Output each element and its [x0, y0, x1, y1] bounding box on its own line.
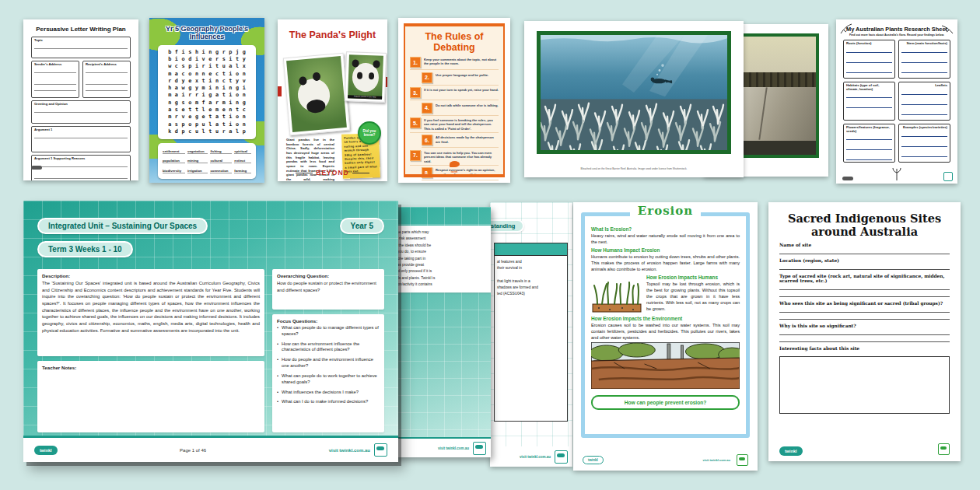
write-line: [779, 263, 950, 270]
panda-limb: [306, 99, 326, 114]
page-title: Yr 5 Geography People's Influences: [149, 25, 264, 41]
field-topic: Topic: [31, 37, 131, 58]
field-who: Who sees this site as being significant …: [779, 301, 950, 320]
wordsearch-page: Yr 5 Geography People's Influences bfish…: [149, 18, 264, 183]
field-recipient-address: Recipient's Address: [82, 61, 131, 98]
field-argument1-reasons: Argument 1 Supporting Reasons: [31, 155, 131, 180]
curriculum-links-page: erstanding al features and their surviva…: [490, 202, 572, 467]
ruled-lines: [846, 93, 892, 117]
bottom-bar: [405, 174, 503, 177]
section-heading: How Humans Impact Erosion: [591, 247, 740, 253]
term-pill: Term 3 Weeks 1 - 10: [37, 241, 133, 257]
page-title: The Rules of Debating: [410, 31, 499, 53]
write-line: [779, 335, 950, 342]
twinkl-logo: twinkl: [34, 446, 58, 455]
ruled-lines: [901, 89, 947, 119]
panda-eye-patch: [368, 73, 373, 80]
write-line: [779, 306, 950, 313]
section-pill: erstanding: [490, 219, 524, 233]
page-footer: visit twinkl.com.au: [393, 437, 491, 457]
page-title: Erosion: [573, 204, 758, 218]
panda-plight-page: The Panda's Plight A giant panda in the …: [278, 19, 387, 181]
eroded-soil-illustration: [591, 342, 740, 389]
overarching-question-box: Overarching Question: How do people sust…: [272, 269, 384, 310]
field-type: Type of sacred site (rock art, natural s…: [779, 274, 950, 297]
content-frame: What Is Erosion? Heavy rains, wind and w…: [581, 212, 750, 438]
twinkl-badge-icon: [737, 454, 748, 466]
rule-item: 4. Do not talk while someone else is tal…: [422, 103, 499, 116]
field-facts: Interesting facts about this site: [779, 346, 950, 351]
did-you-know-badge: Did you know?: [358, 121, 381, 145]
notes-box: [779, 356, 950, 414]
twinkl-logo: twinkl: [405, 156, 503, 173]
photo-credit: Bleached coral on the Great Barrier Reef…: [524, 167, 744, 170]
panda-ear: [373, 60, 380, 68]
field-sender-address: Sender's Address: [31, 61, 79, 98]
safety-text-box: all items/loose parts which may an adequ…: [393, 226, 491, 292]
visit-link: visit twinkl.com.au: [438, 446, 469, 450]
safety-notes-page: all items/loose parts which may an adequ…: [393, 207, 491, 457]
year-pill: Year 5: [340, 218, 384, 234]
twinkl-logo: twinkl: [583, 456, 604, 464]
rule-item: 2. Use proper language and be polite.: [422, 72, 499, 86]
table-cell: al features and their survival in that l…: [495, 256, 567, 299]
box-roots: Roots (function): [843, 40, 895, 79]
rule-item: 6. All decisions made by the chairperson…: [422, 135, 499, 148]
focus-questions-box: Focus Questions: What can people do to m…: [272, 314, 384, 432]
twinkl-badge-icon: [374, 443, 387, 457]
panda-ear: [352, 59, 359, 67]
rule-number: 2.: [422, 72, 432, 83]
coral-reef-illustration: [541, 35, 727, 150]
letter-grid: bfishingrpjg biodiversity wcspiritualx m…: [158, 45, 256, 140]
rule-item: 3. If it is not your turn to speak yet, …: [410, 87, 499, 100]
write-line: [779, 313, 950, 320]
write-line: [779, 283, 950, 290]
ruled-lines: [901, 47, 947, 77]
table-header: [495, 243, 567, 256]
section-heading: How Erosion Impacts the Environment: [591, 316, 740, 321]
twinkl-badge-icon: [555, 450, 568, 464]
panda-photo: [283, 53, 350, 135]
curriculum-table: al features and their survival in that l…: [494, 243, 568, 422]
field-why: Why is this site so significant?: [779, 324, 950, 342]
box-habitats: Habitats (type of soil, climate, locatio…: [843, 82, 895, 121]
box-flowers: Flowers/features (fragrance, seeds): [843, 124, 895, 163]
top-bar: [405, 23, 503, 26]
visit-link: visit twinkl.com.au: [702, 458, 730, 462]
page-number: Page 1 of 46: [58, 448, 329, 453]
logo-mark: [450, 161, 460, 167]
box-leaflets: Leaflets: [898, 82, 950, 121]
page-footer: twinkl Page 1 of 46 visit twinkl.com.au: [23, 436, 398, 462]
page-title: Sacred Indigenous Sites around Australia: [779, 212, 950, 239]
rule-number: 3.: [410, 87, 421, 98]
spacer: [497, 271, 565, 278]
rule-item: 5. If you feel someone is breaking the r…: [410, 117, 499, 133]
write-line: [779, 328, 950, 335]
field-location: Location (region, state): [779, 258, 950, 270]
grass-illustration: [591, 275, 642, 313]
photo-caption: A giant panda in the wild: [348, 95, 382, 100]
section-impacts-humans: How Erosion Impacts Humans Topsoil may b…: [646, 275, 740, 313]
rule-number: 1.: [410, 57, 421, 68]
section-heading: How Erosion Impacts Humans: [646, 275, 740, 280]
ruled-lines: [86, 67, 128, 92]
coral-photo: [537, 31, 731, 154]
rule-number: 4.: [422, 103, 432, 114]
erosion-fact-page: Erosion What Is Erosion? Heavy rains, wi…: [573, 202, 758, 471]
rule-number: 5.: [410, 117, 421, 128]
box-examples: Examples (species/varieties): [898, 124, 950, 163]
leaf-doodle-icon: [940, 24, 954, 35]
ruled-lines: [846, 135, 892, 164]
visit-link: visit twinkl.com.au: [329, 448, 370, 453]
leaf-doodle-icon: [839, 23, 853, 35]
word-list: settlement population biodiversity veget…: [158, 143, 256, 179]
ruled-lines: [34, 132, 128, 146]
page-title: The Panda's Plight: [278, 30, 387, 40]
panda-photo-closeup: A giant panda in the wild: [345, 51, 387, 103]
section-heading: What Is Erosion?: [591, 226, 740, 232]
twinkl-badge-icon: [473, 442, 486, 455]
page-footer: twinkl visit twinkl.com.au: [583, 454, 748, 466]
page-subtitle: Find out more facts about Australia's fl…: [843, 33, 950, 37]
unit-title-pill: Integrated Unit – Sustaining Our Spaces: [37, 218, 208, 234]
sacred-sites-page: Sacred Indigenous Sites around Australia…: [768, 202, 961, 461]
